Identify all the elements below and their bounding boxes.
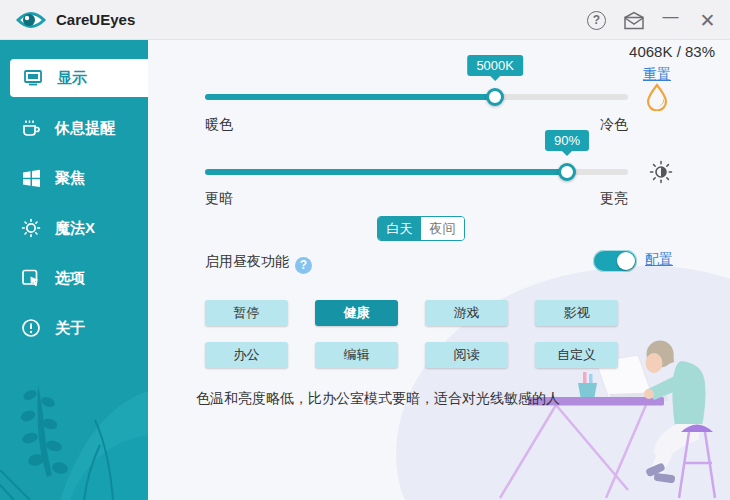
preset-health-button[interactable]: 健康 [315,300,398,326]
magic-sun-icon [20,217,42,239]
temperature-slider[interactable]: 5000K [205,87,628,107]
sidebar-item-magic-x[interactable]: 魔法X [0,209,148,247]
feedback-button[interactable] [615,0,652,40]
minimize-button[interactable]: — [652,0,689,40]
brightness-slider[interactable]: 90% [205,162,628,182]
sidebar-item-about[interactable]: 关于 [0,309,148,347]
sidebar-item-label: 选项 [55,269,85,288]
cold-label: 冷色 [600,116,628,134]
sidebar-item-label: 休息提醒 [55,119,115,138]
preset-movie-button[interactable]: 影视 [535,300,618,326]
brightness-slider-handle[interactable] [558,163,576,181]
toggle-knob [617,252,635,270]
sidebar-item-break-reminder[interactable]: 休息提醒 [0,109,148,147]
temperature-value-tooltip: 5000K [467,55,523,76]
minimize-icon: — [663,8,679,26]
close-button[interactable]: ✕ [689,0,726,40]
day-night-row: 启用昼夜功能? 配置 [205,249,710,273]
darker-label: 更暗 [205,190,233,208]
preset-game-button[interactable]: 游戏 [425,300,508,326]
brighter-label: 更亮 [600,190,628,208]
display-panel: 4068K / 83% 重置 5000K 暖色 冷色 90% [148,40,730,500]
reset-link[interactable]: 重置 [626,66,688,84]
temperature-slider-handle[interactable] [486,88,504,106]
enable-day-night-label: 启用昼夜功能 [205,249,289,273]
sidebar-leaf-decoration [0,350,148,500]
sidebar-item-options[interactable]: 选项 [0,259,148,297]
day-night-segmented: 白天 夜间 [377,216,465,241]
sidebar-item-label: 魔法X [55,219,95,238]
about-icon [20,317,42,339]
sidebar-item-label: 显示 [57,69,87,88]
titlebar: CareUEyes ? — ✕ [0,0,730,40]
options-icon [20,267,42,289]
help-icon: ? [587,11,606,30]
mail-icon [623,11,645,30]
preset-custom-button[interactable]: 自定义 [535,342,618,368]
tab-night[interactable]: 夜间 [421,217,464,240]
sidebar: 显示 休息提醒 [0,40,148,500]
monitor-icon [22,67,44,89]
preset-edit-button[interactable]: 编辑 [315,342,398,368]
brightness-sun-icon [648,159,674,189]
close-icon: ✕ [700,9,716,32]
preset-reading-button[interactable]: 阅读 [425,342,508,368]
help-button[interactable]: ? [578,0,615,40]
day-night-toggle[interactable] [593,250,637,272]
coffee-icon [20,117,42,139]
droplet-icon[interactable] [644,83,670,115]
preset-description: 色温和亮度略低，比办公室模式要暗，适合对光线敏感的人 [196,390,560,408]
sidebar-item-focus[interactable]: 聚焦 [0,159,148,197]
preset-pause-button[interactable]: 暂停 [205,300,288,326]
question-help-icon[interactable]: ? [295,257,312,274]
brightness-value-tooltip: 90% [545,130,589,151]
windows-icon [20,167,42,189]
sidebar-item-display[interactable]: 显示 [10,59,148,97]
slider-fill [205,169,567,175]
app-title: CareUEyes [56,11,135,28]
warm-label: 暖色 [205,116,233,134]
sidebar-item-label: 聚焦 [55,169,85,188]
careueyes-logo-eye-icon [16,8,46,32]
sidebar-item-label: 关于 [55,319,85,338]
current-temp-brightness-readout: 4068K / 83% [629,43,715,60]
preset-office-button[interactable]: 办公 [205,342,288,368]
tab-day[interactable]: 白天 [378,217,421,240]
config-link[interactable]: 配置 [645,251,673,269]
app-window: CareUEyes ? — ✕ [0,0,730,500]
slider-fill [205,94,495,100]
